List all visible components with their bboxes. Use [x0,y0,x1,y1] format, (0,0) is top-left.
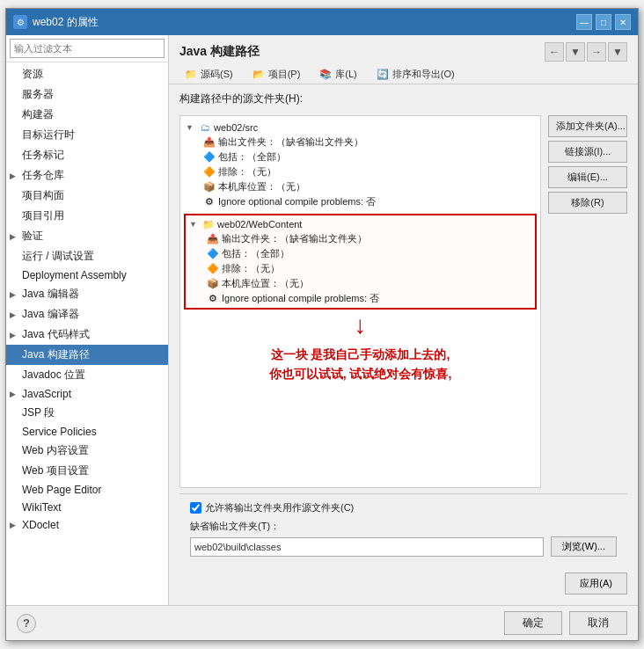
tab-source-label: 源码(S) [201,68,233,81]
tree-row-src[interactable]: ▼ 🗂 web02/src [184,120,537,135]
nav-item-java-code-style[interactable]: ▶ Java 代码样式 [6,324,168,345]
src-ignore-row: ⚙ Ignore optional compile problems: 否 [201,194,537,209]
wc-ignore-icon: ⚙ [207,293,219,305]
src-ignore-label: Ignore optional compile problems: 否 [218,195,376,208]
tab-order-label: 排序和导出(O) [392,68,455,81]
nav-item-java-editor[interactable]: ▶ Java 编辑器 [6,284,168,304]
nav-label: JavaScript [22,388,71,400]
minimize-button[interactable]: — [576,14,592,30]
annotation-line1: 这一块 是我自己手动添加上去的, [187,345,533,364]
window-icon: ⚙ [13,15,27,29]
tree-item-webcontent: ▼ 📁 web02/WebContent 📤 输出文件夹：（缺省输出文件夹） [184,214,537,310]
nav-item-javadoc[interactable]: Javadoc 位置 [6,365,168,385]
tab-project-label: 项目(P) [268,68,301,81]
source-tab-icon: 📁 [185,69,197,81]
webcontent-children: 📤 输出文件夹：（缺省输出文件夹） 🔷 包括：（全部） 🔶 排除：（无） [187,231,533,306]
right-panel: Java 构建路径 ← ▼ → ▼ 📁 源码(S) 📂 项目(P) [169,35,638,605]
cancel-button[interactable]: 取消 [569,611,627,635]
nav-item-jsp[interactable]: JSP 段 [6,403,168,423]
nav-item-server[interactable]: 服务器 [6,84,168,105]
tab-library[interactable]: 📚 库(L) [311,65,365,84]
nav-item-target[interactable]: 目标运行时 [6,125,168,145]
wc-output-icon: 📤 [207,233,219,245]
add-folder-button[interactable]: 添加文件夹(A)... [548,115,627,137]
src-output-row: 📤 输出文件夹：（缺省输出文件夹） [201,135,537,149]
wc-exclude-label: 排除：（无） [222,262,280,275]
red-arrow-down: ↓ [184,313,537,338]
tab-source[interactable]: 📁 源码(S) [176,65,242,84]
tab-order-export[interactable]: 🔄 排序和导出(O) [368,65,464,84]
nav-item-deployment[interactable]: Deployment Assembly [6,266,168,284]
forward-button[interactable]: → [587,42,606,62]
nav-item-web-project[interactable]: Web 项目设置 [6,461,168,481]
nav-item-service-policies[interactable]: Service Policies [6,423,168,441]
nav-label: Service Policies [22,426,97,438]
footer-bar: ? 确定 取消 [6,605,638,640]
tab-project[interactable]: 📂 项目(P) [244,65,310,84]
nav-item-project-facets[interactable]: 项目构面 [6,186,168,206]
edit-button[interactable]: 编辑(E)... [548,166,627,188]
nav-label: Java 编译器 [22,307,79,322]
wc-include-icon: 🔷 [207,248,219,260]
src-exclude-label: 排除：（无） [218,165,276,179]
nav-arrow: ▶ [10,232,18,241]
src-output-label: 输出文件夹：（缺省输出文件夹） [218,135,363,149]
nav-item-validate[interactable]: ▶ 验证 [6,226,168,246]
nav-item-web-page-editor[interactable]: Web Page Editor [6,481,168,499]
checkbox-row: 允许将输出文件夹用作源文件夹(C) [190,501,617,514]
wc-exclude-icon: 🔶 [207,263,219,275]
nav-arrow: ▶ [10,171,18,180]
nav-item-xdoclet[interactable]: ▶ XDoclet [6,516,168,534]
order-tab-icon: 🔄 [377,69,389,81]
allow-output-checkbox[interactable] [190,502,201,514]
wc-native-icon: 📦 [207,278,219,290]
search-input[interactable] [10,39,165,58]
nav-item-run-debug[interactable]: 运行 / 调试设置 [6,246,168,266]
src-exclude-row: 🔶 排除：（无） [201,164,537,179]
section-label: 构建路径中的源文件夹(H): [179,91,627,106]
nav-label: 项目构面 [22,188,64,203]
nav-label: 任务标记 [22,148,64,163]
footer-right: 确定 取消 [504,611,627,635]
close-button[interactable]: ✕ [615,14,631,30]
maximize-button[interactable]: □ [596,14,611,30]
nav-item-resources[interactable]: 资源 [6,64,168,84]
back-button[interactable]: ← [545,42,564,62]
nav-item-javascript[interactable]: ▶ JavaScript [6,385,168,403]
nav-item-tasks[interactable]: 任务标记 [6,145,168,165]
wc-native-row: 📦 本机库位置：（无） [205,276,533,291]
nav-arrow: ▶ [10,290,18,299]
tree-toggle-webcontent[interactable]: ▼ [189,220,200,229]
ok-button[interactable]: 确定 [504,611,562,635]
nav-item-web-content[interactable]: Web 内容设置 [6,441,168,461]
link-source-button[interactable]: 链接源(I)... [548,141,627,163]
tree-row-webcontent[interactable]: ▼ 📁 web02/WebContent [187,217,533,231]
src-label: web02/src [214,122,258,133]
nav-label: Javadoc 位置 [22,368,85,383]
dropdown-button[interactable]: ▼ [566,42,585,62]
wc-include-label: 包括：（全部） [222,247,289,260]
apply-button[interactable]: 应用(A) [565,572,627,594]
title-bar: ⚙ web02 的属性 — □ ✕ [6,9,638,35]
tree-action-area: ▼ 🗂 web02/src 📤 输出文件夹：（缺省输出文件夹） [179,115,627,488]
more-button[interactable]: ▼ [608,42,627,62]
wc-output-label: 输出文件夹：（缺省输出文件夹） [222,232,367,245]
library-tab-icon: 📚 [319,69,332,81]
tree-toggle-src[interactable]: ▼ [186,123,196,132]
output-path-input[interactable] [190,537,544,557]
nav-list: 资源 服务器 构建器 目标运行时 任务标记 [6,62,168,605]
nav-item-task-repo[interactable]: ▶ 任务仓库 [6,165,168,186]
remove-button[interactable]: 移除(R) [548,192,627,214]
nav-item-java-compiler[interactable]: ▶ Java 编译器 [6,304,168,324]
nav-label: 任务仓库 [22,168,64,183]
wc-include-row: 🔷 包括：（全部） [205,246,533,261]
apply-btn-row: 应用(A) [179,569,627,598]
browse-button[interactable]: 浏览(W)... [551,536,617,557]
nav-item-java-build-path[interactable]: Java 构建路径 [6,345,168,365]
nav-label: 运行 / 调试设置 [22,249,94,264]
output-icon: 📤 [203,136,216,149]
nav-item-builder[interactable]: 构建器 [6,105,168,125]
nav-item-project-refs[interactable]: 项目引用 [6,206,168,226]
help-button[interactable]: ? [17,614,36,633]
nav-item-wikitext[interactable]: WikiText [6,499,168,516]
